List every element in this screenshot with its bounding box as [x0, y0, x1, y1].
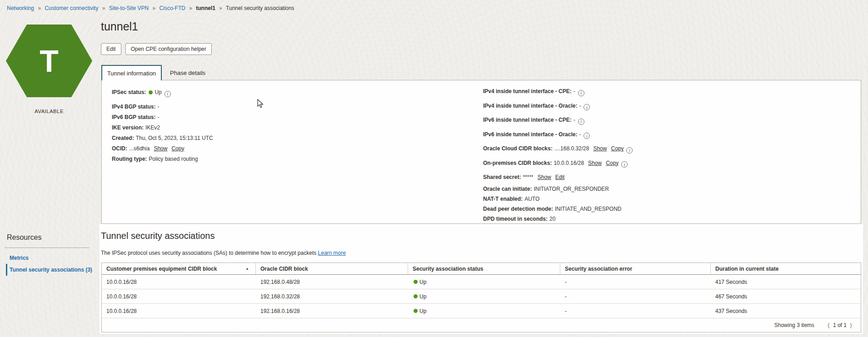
- column-header-label: Oracle CIDR block: [260, 266, 308, 272]
- info-icon[interactable]: i: [626, 147, 633, 154]
- tab-tunnel-information[interactable]: Tunnel information: [101, 65, 162, 80]
- status-up-dot: [414, 280, 418, 284]
- column-header-label: Security association error: [565, 266, 632, 272]
- status-text: Up: [419, 279, 426, 285]
- column-header-label: Security association status: [413, 266, 483, 272]
- table-row: 10.0.0.16/28 192.168.0.48/28 Up - 417 Se…: [102, 275, 861, 289]
- detail-value: INITIATOR_OR_RESPONDER: [534, 186, 609, 192]
- breadcrumb: Networking » Customer connectivity » Sit…: [7, 5, 294, 11]
- previous-page-chevron-icon[interactable]: ⟨: [828, 322, 830, 329]
- breadcrumb-link-site-to-site-vpn[interactable]: Site-to-Site VPN: [109, 5, 149, 11]
- breadcrumb-link-networking[interactable]: Networking: [7, 5, 34, 11]
- details-right-column: IPv4 inside tunnel interface - CPE:-i IP…: [483, 88, 633, 226]
- section-title: Tunnel security associations: [101, 231, 215, 241]
- info-icon[interactable]: i: [578, 90, 584, 96]
- cell-error: -: [560, 275, 711, 289]
- cell-status: Up: [408, 275, 560, 289]
- cell-error: -: [560, 289, 711, 303]
- detail-value: -: [157, 114, 159, 120]
- next-page-chevron-icon[interactable]: ⟩: [850, 322, 852, 329]
- detail-dpd-timeout: DPD timeout in seconds:20: [483, 216, 633, 223]
- description-text: The IPSec protocol uses security associa…: [101, 250, 316, 256]
- tab-bar: Tunnel information Phase details: [101, 65, 329, 80]
- sidebar-item-tunnel-security-associations[interactable]: Tunnel security associations (3): [6, 264, 92, 276]
- hexagon-letter: T: [6, 25, 92, 97]
- detail-value: -: [574, 88, 575, 94]
- onprem-cidr-copy-link[interactable]: Copy: [606, 160, 619, 166]
- column-header-oracle-cidr-block[interactable]: Oracle CIDR block: [256, 263, 408, 274]
- ocid-copy-link[interactable]: Copy: [171, 145, 184, 152]
- info-icon[interactable]: i: [578, 119, 584, 125]
- cell-oracle-cidr: 192.168.0.16/28: [256, 304, 408, 318]
- detail-ipv4-inside-tunnel-cpe: IPv4 inside tunnel interface - CPE:-i: [483, 88, 633, 96]
- table-footer: Showing 3 items ⟨ 1 of 1 ⟩: [102, 318, 861, 332]
- cell-oracle-cidr: 192.168.0.32/28: [256, 289, 408, 303]
- detail-ipv6-bgp-status: IPv6 BGP status:-: [112, 114, 213, 121]
- detail-label: IPv6 inside tunnel interface - Oracle:: [483, 131, 577, 138]
- detail-label: IPv4 inside tunnel interface - CPE:: [483, 88, 572, 94]
- pagination: ⟨ 1 of 1 ⟩: [824, 322, 855, 329]
- detail-value: ...s6dhia: [129, 145, 150, 152]
- info-icon[interactable]: i: [165, 91, 171, 97]
- status-text: Up: [419, 293, 426, 300]
- breadcrumb-separator: »: [153, 5, 156, 11]
- detail-oracle-can-initiate: Oracle can initiate:INITIATOR_OR_RESPOND…: [483, 186, 633, 193]
- detail-label: Routing type:: [112, 156, 147, 162]
- column-header-security-association-error[interactable]: Security association error: [560, 263, 711, 274]
- breadcrumb-separator: »: [189, 5, 192, 11]
- detail-shared-secret: Shared secret:*****ShowEdit: [483, 174, 633, 181]
- shared-secret-show-link[interactable]: Show: [538, 174, 551, 180]
- mouse-cursor-icon: [257, 99, 264, 110]
- column-header-security-association-status[interactable]: Security association status: [408, 263, 560, 274]
- detail-routing-type: Routing type:Policy based routing: [112, 156, 213, 163]
- cell-duration: 417 Seconds: [711, 275, 861, 289]
- ocid-show-link[interactable]: Show: [154, 145, 167, 152]
- status-text: Up: [419, 308, 426, 314]
- section-description: The IPSec protocol uses security associa…: [101, 250, 346, 256]
- detail-label: Dead peer detection mode:: [483, 206, 553, 212]
- page-indicator: 1 of 1: [833, 322, 847, 328]
- column-header-label: Customer premises equipment CIDR block: [106, 266, 217, 272]
- cell-cpe-cidr: 10.0.0.16/28: [102, 289, 256, 303]
- breadcrumb-link-cisco-ftd[interactable]: Cisco-FTD: [160, 5, 185, 11]
- status-up-dot: [414, 294, 418, 298]
- edit-button[interactable]: Edit: [101, 43, 121, 55]
- status-up-dot: [414, 309, 418, 313]
- onprem-cidr-show-link[interactable]: Show: [588, 160, 602, 166]
- detail-value: Up: [155, 89, 161, 95]
- column-header-duration-in-current-state[interactable]: Duration in current state: [711, 263, 861, 274]
- page-title: tunnel1: [101, 20, 138, 33]
- info-icon[interactable]: i: [584, 133, 590, 139]
- sidebar-item-metrics[interactable]: Metrics: [10, 255, 29, 261]
- column-header-cpe-cidr-block[interactable]: Customer premises equipment CIDR block ▲: [102, 263, 256, 274]
- oracle-cidr-copy-link[interactable]: Copy: [611, 145, 624, 152]
- info-icon-glyph: i: [167, 90, 168, 97]
- shared-secret-edit-link[interactable]: Edit: [555, 174, 565, 180]
- info-icon-glyph: i: [586, 133, 588, 139]
- action-buttons: Edit Open CPE configuration helper: [101, 43, 212, 55]
- cell-error: -: [560, 304, 711, 318]
- detail-ipv4-inside-tunnel-oracle: IPv4 inside tunnel interface - Oracle:-i: [483, 103, 633, 111]
- info-icon[interactable]: i: [621, 161, 628, 168]
- detail-label: Oracle can initiate:: [483, 186, 532, 192]
- table-row: 10.0.0.16/28 192.168.0.16/28 Up - 437 Se…: [102, 304, 861, 318]
- breadcrumb-link-customer-connectivity[interactable]: Customer connectivity: [45, 5, 98, 11]
- detail-value: ....168.0.32/28: [554, 145, 589, 152]
- breadcrumb-separator: »: [219, 5, 222, 11]
- info-icon-glyph: i: [624, 161, 625, 168]
- detail-created: Created:Thu, Oct 5, 2023, 15:13:11 UTC: [112, 135, 213, 142]
- tab-phase-details[interactable]: Phase details: [170, 69, 205, 76]
- detail-value: 20: [549, 216, 555, 222]
- detail-value: AUTO: [524, 196, 539, 202]
- resources-heading: Resources: [7, 233, 41, 242]
- open-cpe-configuration-helper-button[interactable]: Open CPE configuration helper: [125, 43, 212, 55]
- detail-label: Created:: [112, 135, 134, 141]
- info-icon[interactable]: i: [584, 104, 590, 110]
- oracle-cidr-show-link[interactable]: Show: [593, 145, 607, 152]
- security-associations-table: Customer premises equipment CIDR block ▲…: [101, 263, 861, 332]
- status-up-dot: [149, 90, 153, 94]
- info-icon-glyph: i: [586, 104, 588, 111]
- breadcrumb-current-tunnel1: tunnel1: [196, 5, 215, 11]
- learn-more-link[interactable]: Learn more: [318, 250, 346, 256]
- detail-label: IPv6 BGP status:: [112, 114, 155, 120]
